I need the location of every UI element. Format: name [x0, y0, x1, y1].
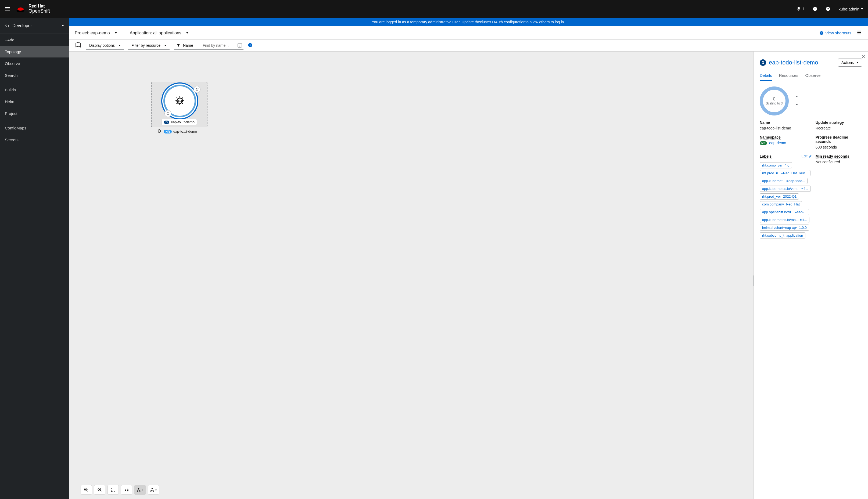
filter-icon: [177, 44, 180, 47]
topology-canvas[interactable]: HELM D eap-to...t-demo: [69, 51, 754, 499]
namespace-badge: NS: [760, 141, 767, 145]
perspective-label: Developer: [12, 23, 62, 28]
label-chip[interactable]: rht.prod_ver=2022-Q1: [760, 193, 799, 199]
sidebar: Developer +Add Topology Observe Search B…: [0, 18, 69, 499]
expand-icon: [111, 487, 116, 492]
catalog-button[interactable]: [75, 41, 82, 49]
label-chip[interactable]: app.kubernetes.io/ma... =H...: [760, 217, 809, 223]
project-selector[interactable]: Project: eap-demo: [75, 31, 117, 35]
layout-1-button[interactable]: 1: [134, 485, 146, 495]
open-url-decorator[interactable]: [193, 86, 201, 93]
detail-progress-label: Progress deadline seconds: [816, 135, 862, 144]
edit-labels-link[interactable]: Edit: [801, 154, 811, 158]
nav-builds[interactable]: Builds: [0, 84, 69, 96]
pencil-icon: [809, 155, 812, 158]
banner-suffix: to allow others to log in.: [526, 20, 565, 24]
labels-list: rht.comp_ver=4.0rht.prod_n...=Red_Hat_Ru…: [760, 161, 812, 239]
label-chip[interactable]: helm.sh/chart=eap-xp4-1.0.0: [760, 224, 809, 231]
nav-topology[interactable]: Topology: [0, 46, 69, 58]
detail-minready-value: Not configured: [816, 160, 862, 164]
fit-to-screen-button[interactable]: [108, 485, 119, 495]
filter-resource-label: Filter by resource: [131, 43, 160, 48]
sync-icon: [166, 112, 170, 115]
scale-up-button[interactable]: [795, 94, 799, 99]
nav-add[interactable]: +Add: [0, 34, 69, 46]
question-circle-icon: ?: [825, 7, 830, 11]
nav-toggle[interactable]: [2, 3, 13, 14]
zoom-in-button[interactable]: [81, 485, 92, 495]
scale-down-button[interactable]: [795, 102, 799, 108]
node-label[interactable]: D eap-to...t-demo: [161, 119, 197, 125]
label-chip[interactable]: app.openshift.io/ru... =eap-...: [760, 209, 809, 215]
shortcuts-label: View shortcuts: [825, 31, 851, 35]
caret-down-icon: [119, 45, 121, 46]
nav-project[interactable]: Project: [0, 107, 69, 119]
zoom-out-button[interactable]: [94, 485, 105, 495]
detail-labels-label: Labels: [760, 154, 772, 159]
tab-details[interactable]: Details: [760, 70, 772, 81]
application-group[interactable]: HELM D eap-to...t-demo: [151, 82, 207, 127]
create-button[interactable]: [813, 7, 818, 11]
namespace-link[interactable]: eap-demo: [769, 141, 786, 145]
user-menu[interactable]: kube:admin: [839, 7, 863, 11]
application-selector[interactable]: Application: all applications: [130, 31, 189, 35]
nav-helm[interactable]: Helm: [0, 96, 69, 107]
resize-handle[interactable]: [753, 275, 754, 286]
display-options-label: Display options: [89, 43, 115, 48]
find-by-name-input[interactable]: [201, 41, 243, 50]
nav-secrets[interactable]: Secrets: [0, 134, 69, 146]
detail-name-label: Name: [760, 120, 770, 125]
book-icon: [75, 41, 82, 49]
display-options-dropdown[interactable]: Display options: [86, 41, 124, 50]
chevron-up-icon: [795, 94, 799, 99]
pod-donut[interactable]: 0 Scaling to 3: [760, 86, 789, 115]
helm-release-badge: HR: [164, 130, 172, 133]
detail-minready-label: Min ready seconds: [816, 154, 849, 159]
group-label[interactable]: HR eap-to...t-demo: [157, 129, 197, 134]
filter-type-select[interactable]: Name: [174, 41, 201, 50]
actions-dropdown[interactable]: Actions: [838, 59, 862, 66]
label-chip[interactable]: app.kubernetes.io/vers... =4...: [760, 185, 811, 192]
label-chip[interactable]: rht.comp_ver=4.0: [760, 162, 792, 168]
compress-icon: [124, 487, 129, 492]
label-chip[interactable]: rht.subcomp_t=application: [760, 232, 805, 239]
label-chip[interactable]: com.company=Red_Hat: [760, 201, 802, 207]
bell-icon: [796, 7, 801, 11]
banner-link[interactable]: cluster OAuth configuration: [480, 20, 526, 24]
layout-2-button[interactable]: 2: [148, 485, 159, 495]
panel-title[interactable]: eap-todo-list-demo: [769, 59, 835, 66]
notifications-button[interactable]: 1: [796, 7, 805, 11]
svg-text:HELM: HELM: [176, 100, 183, 102]
username: kube:admin: [839, 7, 859, 11]
tab-observe[interactable]: Observe: [805, 70, 821, 81]
deployment-node[interactable]: HELM: [166, 87, 193, 114]
list-view-toggle[interactable]: [856, 29, 862, 36]
brand: Red Hat OpenShift: [16, 4, 50, 14]
context-bar: Project: eap-demo Application: all appli…: [69, 26, 868, 40]
brand-line2: OpenShift: [28, 9, 50, 14]
sync-decorator[interactable]: [165, 110, 171, 117]
slash-hint: /: [238, 43, 242, 48]
nav-search[interactable]: Search: [0, 69, 69, 81]
perspective-switcher[interactable]: Developer: [0, 18, 69, 34]
label-chip[interactable]: rht.prod_n...=Red_Hat_Run...: [760, 170, 810, 176]
nav-observe[interactable]: Observe: [0, 58, 69, 69]
deployment-badge: D: [164, 121, 169, 124]
svg-point-12: [138, 488, 140, 489]
caret-down-icon: [196, 45, 198, 46]
caret-down-icon: [115, 32, 117, 34]
info-button[interactable]: i: [248, 43, 253, 48]
banner-prefix: You are logged in as a temporary adminis…: [372, 20, 480, 24]
tab-resources[interactable]: Resources: [779, 70, 798, 81]
nav-configmaps[interactable]: ConfigMaps: [0, 122, 69, 134]
project-label: Project: eap-demo: [75, 31, 110, 35]
view-shortcuts[interactable]: ? View shortcuts: [819, 31, 851, 35]
help-button[interactable]: ?: [825, 7, 830, 11]
reset-view-button[interactable]: [121, 485, 132, 495]
close-panel-button[interactable]: ✕: [861, 54, 865, 60]
detail-namespace-label: Namespace: [760, 135, 781, 139]
label-chip[interactable]: app.kubernet... =eap-todo...: [760, 178, 808, 184]
filter-resource-dropdown[interactable]: Filter by resource: [128, 41, 170, 50]
topology-icon: [150, 487, 155, 492]
svg-text:?: ?: [821, 32, 822, 34]
